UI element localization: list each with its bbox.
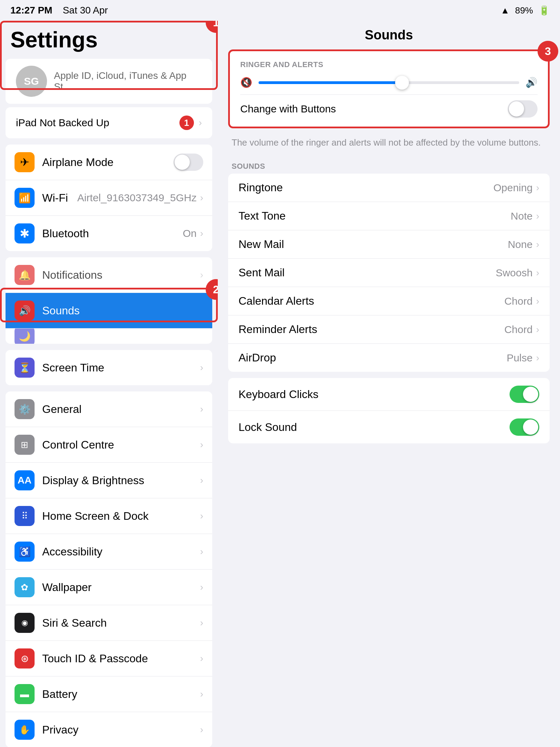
- display-chevron: ›: [200, 475, 203, 486]
- airplane-toggle[interactable]: [174, 154, 203, 171]
- settings-title-area: Settings: [0, 21, 218, 55]
- siri-row[interactable]: ◉ Siri & Search ›: [6, 605, 212, 641]
- volume-low-icon: 🔇: [240, 77, 252, 88]
- sounds-section-label: SOUNDS: [228, 159, 550, 174]
- change-with-buttons-row: Change with Buttons: [240, 94, 538, 118]
- settings-group-notifications: 🔔 Notifications › 🔊 Sounds 🌙: [6, 257, 212, 344]
- status-time: 12:27 PM: [10, 5, 52, 16]
- sounds-row[interactable]: 🔊 Sounds: [6, 293, 212, 329]
- right-panel: Sounds 3 RINGER AND ALERTS 🔇 🔊 Change w: [218, 21, 560, 747]
- sentmail-value: Swoosh: [496, 267, 533, 279]
- siri-label: Siri & Search: [42, 617, 200, 629]
- profile-row[interactable]: SG Apple ID, iCloud, iTunes & App St...: [6, 59, 212, 104]
- newmail-right: None ›: [508, 239, 539, 250]
- battery-row[interactable]: ▬ Battery ›: [6, 676, 212, 712]
- privacy-label: Privacy: [42, 723, 200, 736]
- keyboard-clicks-toggle[interactable]: [510, 386, 539, 403]
- lock-sound-label: Lock Sound: [239, 421, 297, 434]
- homescreen-row[interactable]: ⠿ Home Screen & Dock ›: [6, 498, 212, 534]
- privacy-icon: ✋: [15, 720, 35, 740]
- notifications-row[interactable]: 🔔 Notifications ›: [6, 257, 212, 293]
- bluetooth-icon: ✱: [15, 223, 35, 243]
- settings-group-main: ⚙️ General › ⊞ Control Centre › AA Displ…: [6, 391, 212, 747]
- homescreen-chevron: ›: [200, 510, 203, 522]
- texttone-value: Note: [511, 210, 532, 222]
- change-with-buttons-label: Change with Buttons: [240, 103, 336, 115]
- reminders-row[interactable]: Reminder Alerts Chord ›: [228, 315, 550, 344]
- wallpaper-icon: ✿: [15, 577, 35, 597]
- calendars-row[interactable]: Calendar Alerts Chord ›: [228, 287, 550, 315]
- touchid-label: Touch ID & Passcode: [42, 652, 200, 665]
- notifications-icon: 🔔: [15, 265, 35, 285]
- sentmail-row[interactable]: Sent Mail Swoosh ›: [228, 259, 550, 287]
- ipad-backup-row[interactable]: iPad Not Backed Up 1 ›: [6, 107, 212, 138]
- wifi-value: Airtel_9163037349_5GHz: [77, 192, 196, 204]
- touchid-icon: ⊛: [15, 648, 35, 668]
- controlcentre-row[interactable]: ⊞ Control Centre ›: [6, 427, 212, 463]
- lock-sound-toggle[interactable]: [510, 418, 539, 436]
- screentime-row[interactable]: ⏳ Screen Time ›: [6, 350, 212, 385]
- display-row[interactable]: AA Display & Brightness ›: [6, 463, 212, 498]
- wallpaper-label: Wallpaper: [42, 581, 200, 594]
- lock-sound-row[interactable]: Lock Sound: [228, 411, 550, 443]
- airdrop-right: Pulse ›: [507, 352, 539, 364]
- status-icons: ▲ 89% 🔋: [501, 5, 550, 16]
- airdrop-row[interactable]: AirDrop Pulse ›: [228, 344, 550, 372]
- settings-title: Settings: [10, 28, 207, 52]
- volume-slider-thumb[interactable]: [395, 76, 409, 90]
- newmail-row[interactable]: New Mail None ›: [228, 230, 550, 259]
- ringer-section-wrapper: 3 RINGER AND ALERTS 🔇 🔊 Change with Butt…: [228, 49, 550, 128]
- wallpaper-chevron: ›: [200, 582, 203, 593]
- privacy-row[interactable]: ✋ Privacy ›: [6, 712, 212, 747]
- homescreen-label: Home Screen & Dock: [42, 510, 200, 523]
- ringtone-value: Opening: [493, 182, 532, 194]
- settings-group-notifications-wrapper: 2 🔔 Notifications › 🔊 Sounds 🌙: [0, 257, 218, 344]
- ringtone-row[interactable]: Ringtone Opening ›: [228, 174, 550, 202]
- controlcentre-icon: ⊞: [15, 435, 35, 455]
- sounds-label: Sounds: [42, 304, 203, 317]
- wifi-icon: ▲: [501, 5, 510, 16]
- donotdisturb-row[interactable]: 🌙: [6, 329, 212, 344]
- display-label: Display & Brightness: [42, 474, 200, 487]
- settings-group-connectivity: ✈ Airplane Mode 📶 Wi-Fi Airtel_916303734…: [6, 145, 212, 251]
- wifi-row[interactable]: 📶 Wi-Fi Airtel_9163037349_5GHz ›: [6, 180, 212, 216]
- display-icon: AA: [15, 470, 35, 490]
- wallpaper-row[interactable]: ✿ Wallpaper ›: [6, 570, 212, 605]
- volume-note: The volume of the ringer and alerts will…: [228, 132, 550, 154]
- status-bar: 12:27 PM Sat 30 Apr ▲ 89% 🔋: [0, 0, 560, 21]
- annotation-3: 3: [538, 41, 558, 62]
- notifications-chevron: ›: [200, 269, 203, 280]
- texttone-label: Text Tone: [239, 210, 286, 222]
- sentmail-label: Sent Mail: [239, 266, 284, 279]
- newmail-chevron: ›: [536, 239, 539, 250]
- change-with-buttons-toggle[interactable]: [508, 100, 538, 118]
- accessibility-row[interactable]: ♿ Accessibility ›: [6, 534, 212, 570]
- volume-slider-track[interactable]: [259, 81, 519, 84]
- bluetooth-row[interactable]: ✱ Bluetooth On ›: [6, 216, 212, 251]
- keyboard-clicks-row[interactable]: Keyboard Clicks: [228, 378, 550, 411]
- ringer-section: 3 RINGER AND ALERTS 🔇 🔊 Change with Butt…: [228, 49, 550, 128]
- general-row[interactable]: ⚙️ General ›: [6, 391, 212, 427]
- sounds-group: Ringtone Opening › Text Tone Note › New …: [228, 174, 550, 372]
- profile-subtitle: Apple ID, iCloud, iTunes & App St...: [54, 70, 202, 92]
- keyboard-clicks-label: Keyboard Clicks: [239, 388, 318, 401]
- homescreen-icon: ⠿: [15, 506, 35, 526]
- accessibility-icon: ♿: [15, 542, 35, 562]
- accessibility-chevron: ›: [200, 546, 203, 557]
- notifications-label: Notifications: [42, 269, 200, 282]
- donotdisturb-icon: 🌙: [15, 329, 35, 344]
- volume-high-icon: 🔊: [525, 77, 538, 88]
- calendars-chevron: ›: [536, 296, 539, 307]
- calendars-label: Calendar Alerts: [239, 295, 314, 307]
- airplane-mode-row[interactable]: ✈ Airplane Mode: [6, 145, 212, 180]
- screentime-icon: ⏳: [15, 358, 35, 378]
- ringtone-right: Opening ›: [493, 182, 539, 194]
- wifi-label: Wi-Fi: [42, 192, 77, 204]
- bluetooth-chevron: ›: [200, 228, 203, 239]
- newmail-label: New Mail: [239, 238, 284, 251]
- touchid-row[interactable]: ⊛ Touch ID & Passcode ›: [6, 641, 212, 676]
- texttone-row[interactable]: Text Tone Note ›: [228, 202, 550, 230]
- controlcentre-chevron: ›: [200, 439, 203, 450]
- volume-slider-row[interactable]: 🔇 🔊: [240, 77, 538, 88]
- airdrop-value: Pulse: [507, 352, 533, 364]
